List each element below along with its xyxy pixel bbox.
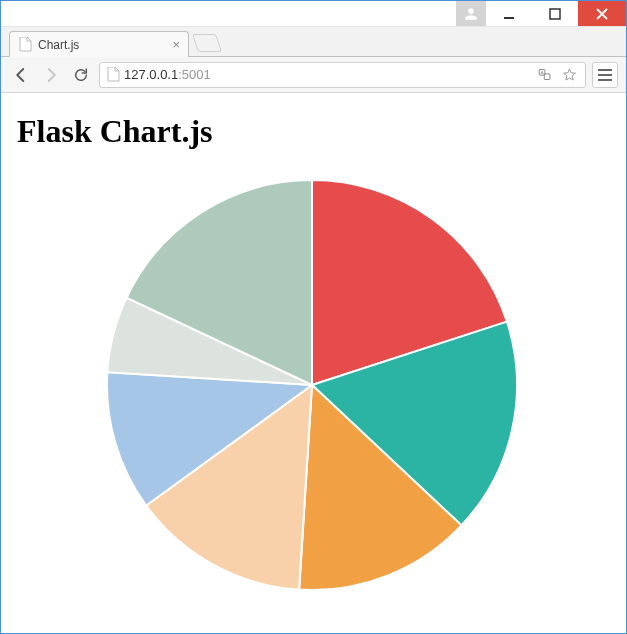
tab-title: Chart.js xyxy=(38,38,166,52)
maximize-button[interactable] xyxy=(532,1,578,26)
svg-text:A: A xyxy=(540,70,543,75)
browser-toolbar: 127.0.0.1:5001 A xyxy=(1,57,626,93)
pie-chart xyxy=(97,170,527,600)
menu-button[interactable] xyxy=(592,62,618,88)
minimize-button[interactable] xyxy=(486,1,532,26)
file-icon xyxy=(106,67,120,82)
back-button[interactable] xyxy=(9,63,33,87)
url-port: :5001 xyxy=(178,67,211,82)
window-titlebar xyxy=(1,1,626,27)
tab-strip: Chart.js × xyxy=(1,27,626,57)
translate-icon[interactable]: A xyxy=(535,65,555,85)
file-icon xyxy=(18,38,32,52)
close-button[interactable] xyxy=(578,1,626,26)
url-host: 127.0.0.1 xyxy=(124,67,178,82)
svg-rect-0 xyxy=(504,17,514,19)
svg-rect-5 xyxy=(598,69,612,71)
svg-rect-6 xyxy=(598,74,612,76)
page-title: Flask Chart.js xyxy=(17,113,614,150)
user-icon[interactable] xyxy=(456,1,486,26)
url-text: 127.0.0.1:5001 xyxy=(124,67,531,82)
star-icon[interactable] xyxy=(559,65,579,85)
new-tab-button[interactable] xyxy=(192,34,222,52)
tab-close-icon[interactable]: × xyxy=(172,38,180,51)
svg-rect-1 xyxy=(550,9,560,19)
address-bar[interactable]: 127.0.0.1:5001 A xyxy=(99,62,586,88)
svg-rect-7 xyxy=(598,79,612,81)
page-content: Flask Chart.js xyxy=(1,93,626,633)
reload-button[interactable] xyxy=(69,63,93,87)
forward-button[interactable] xyxy=(39,63,63,87)
browser-tab[interactable]: Chart.js × xyxy=(9,31,189,57)
